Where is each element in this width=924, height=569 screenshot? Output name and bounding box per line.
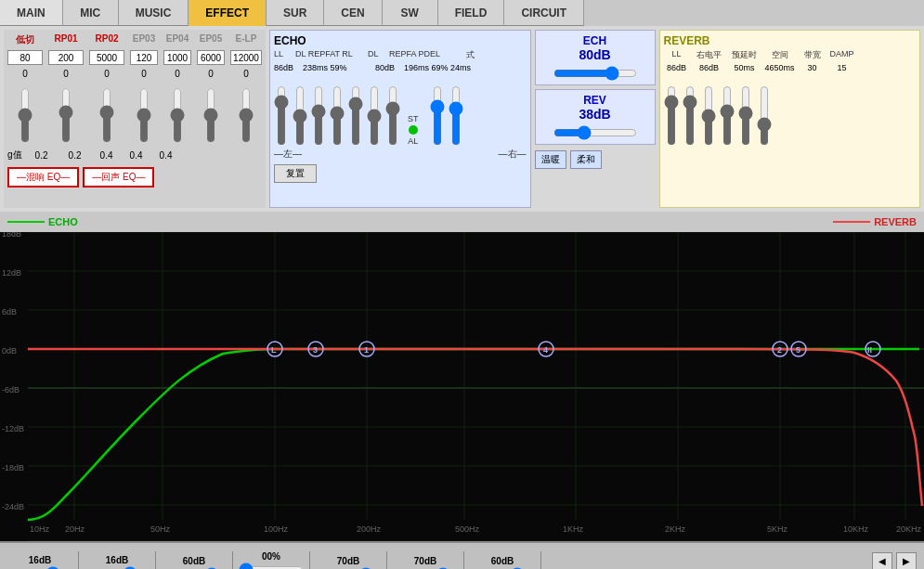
reset-button[interactable]: 复置 xyxy=(274,164,317,183)
reverb-legend-label: REVERB xyxy=(874,216,917,227)
rp02-input[interactable]: 5000 xyxy=(89,50,124,65)
reverb-legend: REVERB xyxy=(833,216,917,227)
svg-text:3: 3 xyxy=(313,345,318,355)
echo-dl1-slider[interactable] xyxy=(293,85,307,146)
echo-al-label: AL xyxy=(408,136,418,146)
lowcut-input[interactable]: 80 xyxy=(7,50,43,65)
svg-text:2: 2 xyxy=(777,345,782,355)
echo-legend: ECHO xyxy=(7,216,78,227)
ep03-slider[interactable] xyxy=(137,87,151,143)
sep-1 xyxy=(78,551,79,569)
g-val-2: 0.4 xyxy=(95,150,119,161)
rp02-label: RP02 xyxy=(89,33,124,46)
svg-text:4: 4 xyxy=(543,345,548,355)
mix-eq-button[interactable]: —混响 EQ— xyxy=(7,167,79,188)
svg-text:6dB: 6dB xyxy=(2,307,17,317)
echo-h-dl2: DL xyxy=(368,49,386,61)
lowcut-rp-section: 低切 RP01 RP02 EP03 EP04 EP05 E-LP 80 200 … xyxy=(4,30,266,208)
rev-v-space: 4650ms xyxy=(764,63,796,72)
nav-next-button[interactable]: ▶ xyxy=(896,552,917,570)
tab-sur[interactable]: SUR xyxy=(267,0,324,26)
mic-fader[interactable] xyxy=(85,566,150,570)
ep05-slider[interactable] xyxy=(203,87,218,143)
music-fader[interactable] xyxy=(7,566,72,570)
rev-h-r: 右电平 xyxy=(694,49,725,61)
tab-main[interactable]: MAIN xyxy=(0,0,63,26)
echo-pdel-slider[interactable] xyxy=(385,85,400,146)
echo-big-slider1[interactable] xyxy=(430,85,445,146)
warm-button[interactable]: 温暖 xyxy=(535,150,566,169)
rev-slider[interactable] xyxy=(553,125,637,140)
ep04-zero: 0 xyxy=(163,69,191,79)
echo-section: ECHO LL DL REPFAT RL DL REPFA PDEL 式 86d… xyxy=(269,30,531,208)
rev-bw-slider[interactable] xyxy=(738,85,753,146)
nav-arrows-row: ◀ ▶ xyxy=(749,552,917,570)
rev-h-space: 空间 xyxy=(764,49,796,61)
tab-effect[interactable]: EFFECT xyxy=(189,0,267,26)
micdirect-fader[interactable] xyxy=(239,563,304,570)
echo-ll-slider[interactable] xyxy=(274,85,289,146)
ep04-slider[interactable] xyxy=(170,87,185,143)
echo-eq-button[interactable]: —回声 EQ— xyxy=(83,167,154,188)
echo-legend-line xyxy=(7,221,45,223)
rev-v-bw: 30 xyxy=(800,63,826,72)
reverb-title: REVERB xyxy=(664,34,917,47)
rev-r-slider[interactable] xyxy=(683,85,697,146)
rev-damp-slider[interactable] xyxy=(757,85,772,146)
echo-rl-slider[interactable] xyxy=(330,85,345,146)
tab-mic[interactable]: MIC xyxy=(63,0,119,26)
svg-text:5: 5 xyxy=(796,345,800,355)
elp-input[interactable] xyxy=(230,50,262,65)
nav-prev-button[interactable]: ◀ xyxy=(872,552,892,570)
echo-al-indicator xyxy=(409,125,418,135)
svg-text:10KHz: 10KHz xyxy=(843,524,869,534)
sep-4 xyxy=(309,551,310,569)
sw-db: 60dB xyxy=(491,556,514,566)
rev-box: REV 38dB xyxy=(535,89,656,145)
echo-st-label: ST xyxy=(408,114,419,123)
cool-button[interactable]: 柔和 xyxy=(570,150,602,169)
echo-v-80db: 80dB xyxy=(375,63,401,72)
ep05-input[interactable] xyxy=(197,50,225,65)
lowcut-slider[interactable] xyxy=(18,87,33,143)
sep-3 xyxy=(232,551,233,569)
tab-field[interactable]: FIELD xyxy=(438,0,505,26)
ep04-input[interactable] xyxy=(163,50,191,65)
top-panel: 低切 RP01 RP02 EP03 EP04 EP05 E-LP 80 200 … xyxy=(0,26,924,212)
cen-db: 70dB xyxy=(337,556,359,566)
rp02-slider[interactable] xyxy=(99,87,114,143)
svg-text:II: II xyxy=(867,345,872,355)
svg-text:-18dB: -18dB xyxy=(2,463,24,472)
rp01-label: RP01 xyxy=(48,33,84,46)
elp-slider[interactable] xyxy=(239,87,254,143)
ep03-input[interactable] xyxy=(130,50,158,65)
ech-slider[interactable] xyxy=(553,66,637,81)
rev-h-pre: 预延时 xyxy=(729,49,761,61)
echo-big-slider2[interactable] xyxy=(449,85,463,146)
echo-h-dl1: DL REPFAT RL xyxy=(295,49,365,61)
rev-space-slider[interactable] xyxy=(720,85,735,146)
svg-text:12dB: 12dB xyxy=(2,268,21,278)
svg-text:100Hz: 100Hz xyxy=(264,524,289,534)
echo-repfat-slider[interactable] xyxy=(311,85,326,146)
tab-sw[interactable]: SW xyxy=(383,0,438,26)
rp01-slider[interactable] xyxy=(59,87,73,143)
cen-channel: 70dB ◼ CEN xyxy=(316,556,381,569)
echo-repfa-slider[interactable] xyxy=(367,85,382,146)
ech-box: ECH 80dB xyxy=(535,30,656,85)
tab-cen[interactable]: CEN xyxy=(324,0,382,26)
echo-right-label: —右— xyxy=(499,148,527,161)
echo-h-ll: LL xyxy=(274,49,293,61)
g-val-0: 0.2 xyxy=(28,150,56,161)
echo-dl2-slider[interactable] xyxy=(348,85,363,146)
rev-ll-slider[interactable] xyxy=(664,85,679,146)
tab-music[interactable]: MUSIC xyxy=(119,0,189,26)
tab-circuit[interactable]: CIRCUIT xyxy=(504,0,584,26)
echo-v-196ms: 196ms 69% 24ms xyxy=(404,63,478,72)
bottom-bar: 16dB 🎵 MUSIC 16dB 🎤 MIC 60dB 🏴 EFFECT 00… xyxy=(0,541,924,569)
rev-pre-slider[interactable] xyxy=(701,85,716,146)
rev-title: REV xyxy=(583,94,606,107)
mic-db: 16dB xyxy=(106,555,128,565)
echo-v-238ms: 238ms 59% xyxy=(303,63,372,72)
rp01-input[interactable]: 200 xyxy=(48,50,84,65)
